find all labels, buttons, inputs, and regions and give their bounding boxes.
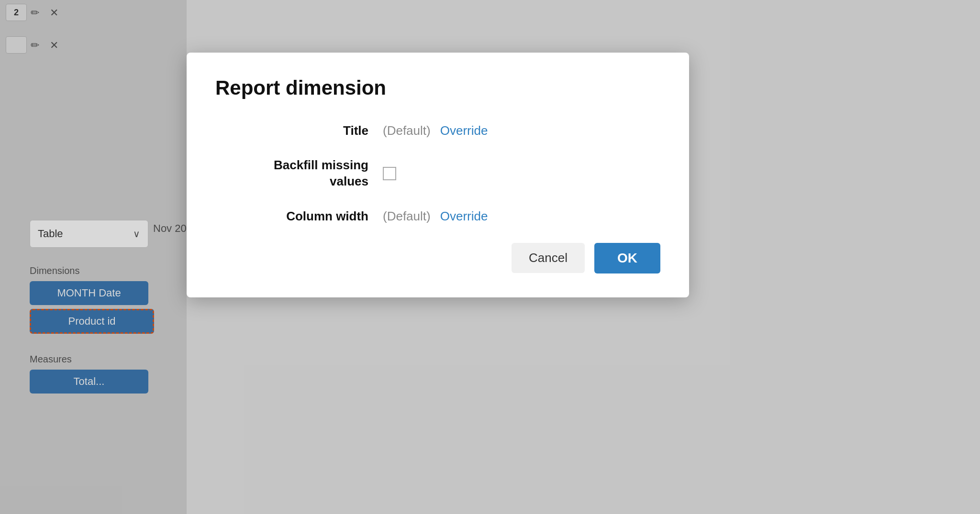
modal-dialog: Report dimension Title (Default) Overrid… xyxy=(187,53,689,297)
cancel-button[interactable]: Cancel xyxy=(512,243,585,273)
title-label: Title xyxy=(215,123,368,138)
column-width-override-link[interactable]: Override xyxy=(440,209,488,224)
title-override-link[interactable]: Override xyxy=(440,123,488,138)
column-width-form-row: Column width (Default) Override xyxy=(215,209,660,224)
ok-button[interactable]: OK xyxy=(594,243,660,273)
backfill-checkbox[interactable] xyxy=(383,167,396,180)
column-width-label: Column width xyxy=(215,209,368,224)
column-width-default-value: (Default) xyxy=(383,209,431,224)
backfill-form-row: Backfill missing values xyxy=(215,157,660,190)
title-default-value: (Default) xyxy=(383,123,431,138)
modal-footer: Cancel OK xyxy=(215,243,660,273)
backfill-label: Backfill missing values xyxy=(215,157,368,190)
modal-title: Report dimension xyxy=(215,77,660,99)
title-form-row: Title (Default) Override xyxy=(215,123,660,138)
